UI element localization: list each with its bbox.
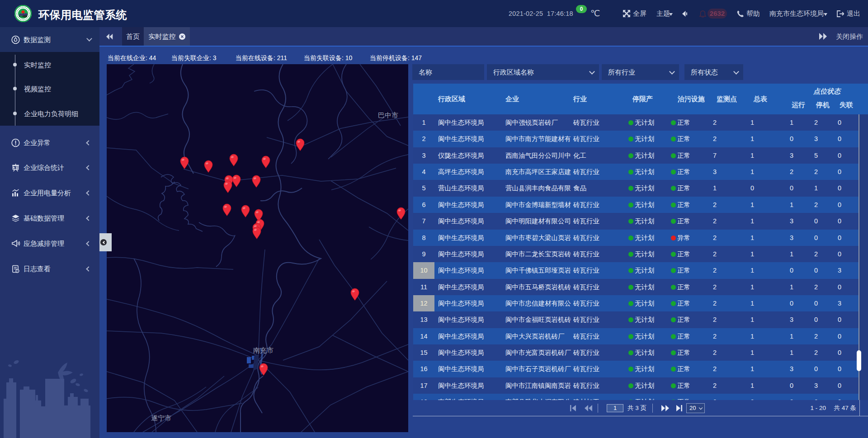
svg-text:南充市: 南充市	[253, 346, 274, 354]
svg-text:遂宁市: 遂宁市	[151, 414, 171, 422]
svg-text:巴中市: 巴中市	[378, 111, 398, 119]
